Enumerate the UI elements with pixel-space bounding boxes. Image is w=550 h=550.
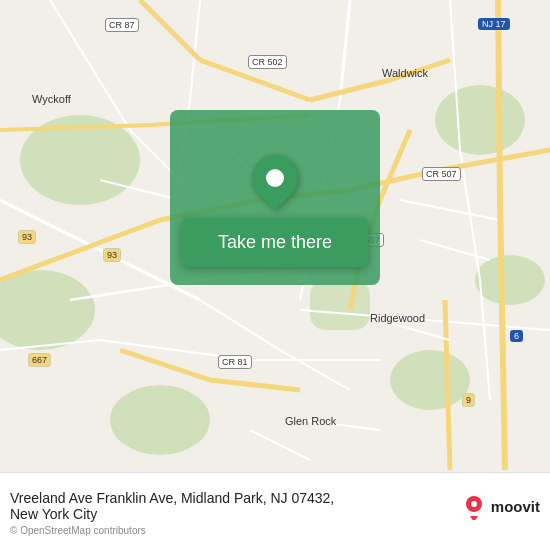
label-wyckoff: Wyckoff [32,93,71,105]
take-me-there-button[interactable]: Take me there [182,218,368,267]
svg-point-4 [390,350,470,410]
badge-9: 9 [462,393,475,407]
svg-line-9 [200,300,280,350]
svg-line-26 [140,0,200,60]
badge-93-2: 93 [103,248,121,262]
svg-line-32 [380,130,410,200]
svg-line-10 [280,350,350,390]
address-line2: New York City [10,506,334,522]
svg-point-1 [0,270,95,350]
svg-line-31 [500,200,505,470]
svg-point-2 [110,385,210,455]
label-glen-rock: Glen Rock [285,415,336,427]
badge-cr81: CR 81 [218,355,252,369]
svg-rect-6 [310,280,370,330]
label-ridgewood: Ridgewood [370,312,425,324]
badge-cr502: CR 502 [248,55,287,69]
map-container: Wyckoff Waldwick Ridgewood Glen Rock CR … [0,0,550,550]
badge-cr87: CR 87 [105,18,139,32]
svg-point-5 [475,255,545,305]
svg-marker-55 [470,516,478,520]
svg-line-24 [400,200,500,220]
svg-line-43 [445,300,450,470]
badge-93-1: 93 [18,230,36,244]
moovit-logo-icon [461,494,487,520]
moovit-label: moovit [491,498,540,515]
badge-6: 6 [510,330,523,342]
svg-line-28 [310,80,390,100]
bottom-bar: Vreeland Ave Franklin Ave, Midland Park,… [0,472,550,550]
svg-line-30 [498,0,500,200]
svg-point-3 [435,85,525,155]
map-pin [252,155,298,201]
svg-line-36 [80,220,160,250]
svg-line-44 [0,125,150,130]
badge-667: 667 [28,353,51,367]
badge-cr507-1: CR 507 [422,167,461,181]
svg-line-18 [340,0,350,100]
label-waldwick: Waldwick [382,67,428,79]
badge-nj17: NJ 17 [478,18,510,30]
address-line1: Vreeland Ave Franklin Ave, Midland Park,… [10,490,334,506]
svg-line-42 [210,380,300,390]
attribution: © OpenStreetMap contributors [10,525,334,536]
svg-line-41 [120,350,210,380]
svg-line-52 [250,430,310,460]
svg-point-56 [471,501,477,507]
svg-line-53 [420,240,490,260]
